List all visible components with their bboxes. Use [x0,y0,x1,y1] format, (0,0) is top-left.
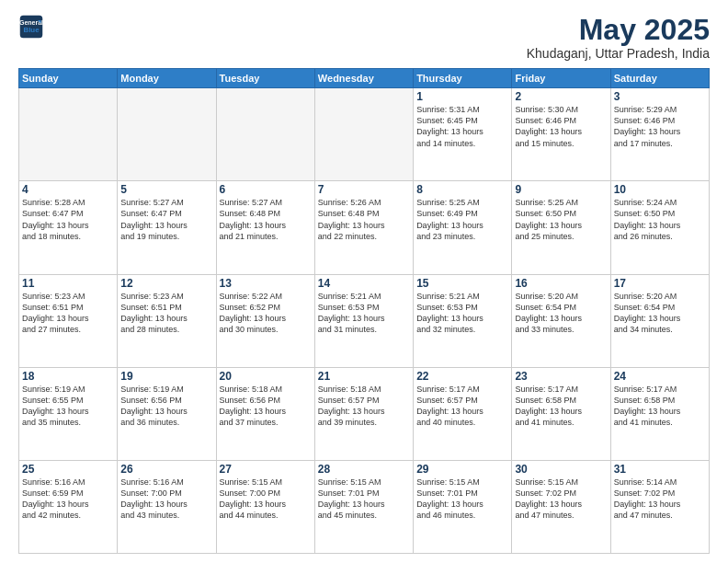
calendar-table: Sunday Monday Tuesday Wednesday Thursday… [18,68,710,554]
table-row: 17Sunrise: 5:20 AM Sunset: 6:54 PM Dayli… [610,274,709,367]
col-wednesday: Wednesday [314,69,413,88]
day-number: 22 [416,370,508,383]
day-info: Sunrise: 5:20 AM Sunset: 6:54 PM Dayligh… [515,291,607,336]
col-monday: Monday [118,69,216,88]
calendar-week-row: 11Sunrise: 5:23 AM Sunset: 6:51 PM Dayli… [19,274,710,367]
svg-text:Blue: Blue [23,26,40,34]
day-info: Sunrise: 5:25 AM Sunset: 6:49 PM Dayligh… [416,197,508,242]
day-number: 21 [318,370,410,383]
day-info: Sunrise: 5:25 AM Sunset: 6:50 PM Dayligh… [515,197,607,242]
day-info: Sunrise: 5:28 AM Sunset: 6:47 PM Dayligh… [22,197,114,242]
table-row: 9Sunrise: 5:25 AM Sunset: 6:50 PM Daylig… [512,181,610,274]
day-info: Sunrise: 5:29 AM Sunset: 6:46 PM Dayligh… [614,104,706,149]
day-info: Sunrise: 5:15 AM Sunset: 7:00 PM Dayligh… [220,477,312,522]
table-row: 19Sunrise: 5:19 AM Sunset: 6:56 PM Dayli… [118,367,216,460]
table-row: 18Sunrise: 5:19 AM Sunset: 6:55 PM Dayli… [19,367,118,460]
day-number: 30 [515,463,607,476]
col-thursday: Thursday [414,69,512,88]
table-row: 26Sunrise: 5:16 AM Sunset: 7:00 PM Dayli… [118,460,216,553]
table-row: 6Sunrise: 5:27 AM Sunset: 6:48 PM Daylig… [216,181,314,274]
day-number: 25 [22,463,114,476]
table-row: 7Sunrise: 5:26 AM Sunset: 6:48 PM Daylig… [314,181,413,274]
day-number: 10 [614,183,706,196]
day-info: Sunrise: 5:19 AM Sunset: 6:55 PM Dayligh… [22,384,114,429]
day-info: Sunrise: 5:23 AM Sunset: 6:51 PM Dayligh… [22,291,114,336]
table-row: 23Sunrise: 5:17 AM Sunset: 6:58 PM Dayli… [512,367,610,460]
calendar-week-row: 18Sunrise: 5:19 AM Sunset: 6:55 PM Dayli… [19,367,710,460]
day-info: Sunrise: 5:31 AM Sunset: 6:45 PM Dayligh… [416,104,508,149]
day-number: 29 [416,463,508,476]
table-row: 3Sunrise: 5:29 AM Sunset: 6:46 PM Daylig… [610,88,709,181]
table-row: 14Sunrise: 5:21 AM Sunset: 6:53 PM Dayli… [314,274,413,367]
day-info: Sunrise: 5:26 AM Sunset: 6:48 PM Dayligh… [318,197,410,242]
location: Khudaganj, Uttar Pradesh, India [527,46,710,61]
table-row [216,88,314,181]
day-number: 26 [120,463,212,476]
day-info: Sunrise: 5:20 AM Sunset: 6:54 PM Dayligh… [614,291,706,336]
col-saturday: Saturday [610,69,709,88]
day-info: Sunrise: 5:17 AM Sunset: 6:57 PM Dayligh… [416,384,508,429]
table-row: 22Sunrise: 5:17 AM Sunset: 6:57 PM Dayli… [414,367,512,460]
day-info: Sunrise: 5:24 AM Sunset: 6:50 PM Dayligh… [614,197,706,242]
col-tuesday: Tuesday [216,69,314,88]
table-row [118,88,216,181]
day-info: Sunrise: 5:17 AM Sunset: 6:58 PM Dayligh… [515,384,607,429]
table-row: 8Sunrise: 5:25 AM Sunset: 6:49 PM Daylig… [414,181,512,274]
col-friday: Friday [512,69,610,88]
title-block: May 2025 Khudaganj, Uttar Pradesh, India [527,14,710,61]
day-info: Sunrise: 5:16 AM Sunset: 7:00 PM Dayligh… [120,477,212,522]
day-number: 5 [120,183,212,196]
calendar-header-row: Sunday Monday Tuesday Wednesday Thursday… [19,69,710,88]
table-row: 1Sunrise: 5:31 AM Sunset: 6:45 PM Daylig… [414,88,512,181]
table-row: 28Sunrise: 5:15 AM Sunset: 7:01 PM Dayli… [314,460,413,553]
day-number: 3 [614,90,706,103]
table-row: 21Sunrise: 5:18 AM Sunset: 6:57 PM Dayli… [314,367,413,460]
day-number: 20 [220,370,312,383]
header: General Blue May 2025 Khudaganj, Uttar P… [18,14,710,61]
table-row: 24Sunrise: 5:17 AM Sunset: 6:58 PM Dayli… [610,367,709,460]
table-row: 4Sunrise: 5:28 AM Sunset: 6:47 PM Daylig… [19,181,118,274]
table-row: 16Sunrise: 5:20 AM Sunset: 6:54 PM Dayli… [512,274,610,367]
table-row: 2Sunrise: 5:30 AM Sunset: 6:46 PM Daylig… [512,88,610,181]
day-number: 2 [515,90,607,103]
day-number: 31 [614,463,706,476]
day-number: 6 [220,183,312,196]
table-row: 12Sunrise: 5:23 AM Sunset: 6:51 PM Dayli… [118,274,216,367]
day-number: 13 [220,277,312,290]
day-number: 9 [515,183,607,196]
day-number: 8 [416,183,508,196]
col-sunday: Sunday [19,69,118,88]
day-number: 24 [614,370,706,383]
day-info: Sunrise: 5:15 AM Sunset: 7:01 PM Dayligh… [318,477,410,522]
page: General Blue May 2025 Khudaganj, Uttar P… [0,0,728,563]
day-number: 11 [22,277,114,290]
day-number: 4 [22,183,114,196]
day-info: Sunrise: 5:22 AM Sunset: 6:52 PM Dayligh… [220,291,312,336]
day-info: Sunrise: 5:15 AM Sunset: 7:01 PM Dayligh… [416,477,508,522]
table-row: 11Sunrise: 5:23 AM Sunset: 6:51 PM Dayli… [19,274,118,367]
day-info: Sunrise: 5:15 AM Sunset: 7:02 PM Dayligh… [515,477,607,522]
day-info: Sunrise: 5:21 AM Sunset: 6:53 PM Dayligh… [416,291,508,336]
table-row: 25Sunrise: 5:16 AM Sunset: 6:59 PM Dayli… [19,460,118,553]
day-info: Sunrise: 5:18 AM Sunset: 6:56 PM Dayligh… [220,384,312,429]
table-row: 15Sunrise: 5:21 AM Sunset: 6:53 PM Dayli… [414,274,512,367]
day-number: 14 [318,277,410,290]
day-number: 19 [120,370,212,383]
calendar-week-row: 1Sunrise: 5:31 AM Sunset: 6:45 PM Daylig… [19,88,710,181]
day-number: 23 [515,370,607,383]
table-row: 5Sunrise: 5:27 AM Sunset: 6:47 PM Daylig… [118,181,216,274]
day-info: Sunrise: 5:14 AM Sunset: 7:02 PM Dayligh… [614,477,706,522]
table-row: 29Sunrise: 5:15 AM Sunset: 7:01 PM Dayli… [414,460,512,553]
table-row: 20Sunrise: 5:18 AM Sunset: 6:56 PM Dayli… [216,367,314,460]
day-info: Sunrise: 5:16 AM Sunset: 6:59 PM Dayligh… [22,477,114,522]
day-number: 27 [220,463,312,476]
table-row: 27Sunrise: 5:15 AM Sunset: 7:00 PM Dayli… [216,460,314,553]
day-info: Sunrise: 5:30 AM Sunset: 6:46 PM Dayligh… [515,104,607,149]
table-row: 13Sunrise: 5:22 AM Sunset: 6:52 PM Dayli… [216,274,314,367]
table-row: 10Sunrise: 5:24 AM Sunset: 6:50 PM Dayli… [610,181,709,274]
day-info: Sunrise: 5:19 AM Sunset: 6:56 PM Dayligh… [120,384,212,429]
month-title: May 2025 [527,14,710,46]
calendar-week-row: 4Sunrise: 5:28 AM Sunset: 6:47 PM Daylig… [19,181,710,274]
day-number: 18 [22,370,114,383]
day-number: 1 [416,90,508,103]
